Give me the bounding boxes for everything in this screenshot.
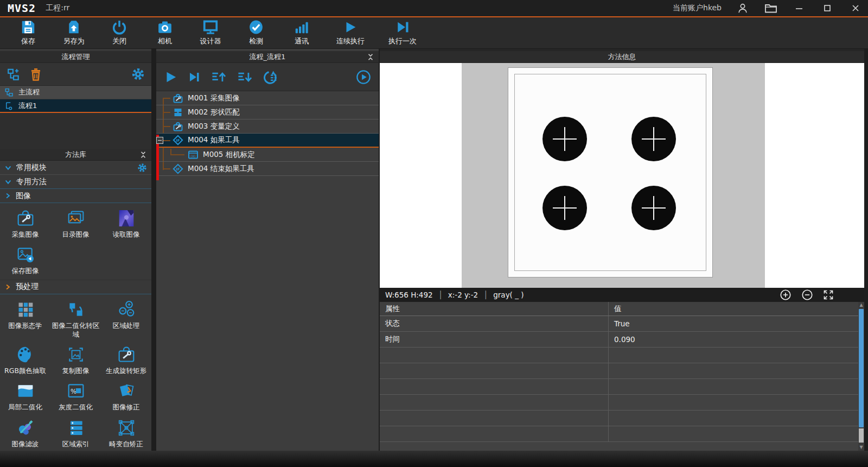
loop-list-icon[interactable] (263, 70, 279, 85)
save-button[interactable]: 保存 (8, 17, 49, 48)
table-row[interactable] (380, 426, 864, 442)
image-viewer[interactable] (380, 63, 864, 288)
lib-section-preprocess[interactable]: 预处理 (0, 280, 151, 294)
lib-section-image[interactable]: 图像 (0, 189, 151, 203)
save-as-icon (66, 19, 82, 35)
scrollbar-up-arrow[interactable]: ▲ (858, 302, 864, 308)
toolbox-icon (15, 207, 36, 229)
table-row[interactable] (380, 348, 864, 363)
flow-module-m002[interactable]: M002 形状匹配 (156, 105, 379, 119)
lib-section-label: 专用方法 (16, 177, 47, 187)
collapse-group-toggle[interactable] (156, 137, 163, 144)
run-once-label: 执行一次 (388, 36, 417, 46)
user-account-icon[interactable] (730, 1, 755, 16)
collapse-panel-icon[interactable] (367, 53, 374, 61)
filter-blob-icon (15, 417, 36, 439)
lib-item-read-image[interactable]: 读取图像 (101, 205, 151, 242)
library-settings-gear-icon[interactable] (137, 163, 147, 173)
move-down-icon[interactable] (237, 70, 253, 85)
designer-button[interactable]: 设计器 (190, 17, 231, 48)
play-icon (342, 19, 359, 35)
window-bottom-edge (0, 451, 868, 467)
table-row[interactable] (380, 395, 864, 411)
zoom-in-icon[interactable] (780, 289, 792, 301)
lib-item-grab-image[interactable]: 采集图像 (0, 205, 50, 242)
detect-button[interactable]: 检测 (235, 17, 277, 48)
power-icon (111, 19, 127, 35)
percent-threshold-icon: % (65, 380, 87, 402)
check-circle-icon (248, 19, 264, 35)
save-icon (20, 19, 36, 35)
lib-item-region-index[interactable]: 区域索引 (50, 415, 101, 451)
lib-item-local-binarize[interactable]: 局部二值化 (0, 378, 50, 414)
flow-module-m001[interactable]: M001 采集图像 (156, 91, 379, 105)
table-scrollbar[interactable]: ▲ ▼ (858, 302, 864, 451)
communication-button[interactable]: 通讯 (281, 17, 322, 48)
lib-item-save-image[interactable]: 保存图像 (0, 242, 50, 278)
flow-settings-gear-icon[interactable] (131, 67, 145, 81)
flow-module-m004-if[interactable]: M004 如果工具 (156, 134, 379, 148)
calibration-dot (631, 117, 676, 161)
run-once-button[interactable]: 执行一次 (379, 17, 426, 48)
flow-module-label: M005 相机标定 (203, 150, 255, 160)
camera-icon (157, 19, 173, 35)
collapse-panel-icon[interactable] (139, 151, 147, 159)
property-table: 属性 值 状态 True 时间 0.090 ▲ (380, 302, 864, 451)
close-project-button[interactable]: 关闭 (99, 17, 140, 48)
save-as-label: 另存为 (63, 36, 85, 46)
lib-item-gray-binarize[interactable]: % 灰度二值化 (50, 378, 101, 414)
image-save-icon (15, 244, 36, 266)
flow-module-m003[interactable]: M003 变量定义 (156, 119, 379, 134)
flow-tree-item-flow1[interactable]: 流程1 (0, 99, 151, 113)
lib-item-region-process[interactable]: 区域处理 (101, 296, 151, 342)
svg-text:%: % (71, 388, 76, 395)
fit-view-icon[interactable] (823, 289, 834, 300)
table-row[interactable] (380, 379, 864, 395)
flow-manager-title: 流程管理 (62, 52, 90, 62)
lib-item-directory-image[interactable]: 目录图像 (50, 205, 101, 242)
lib-item-image-correct[interactable]: 图像修正 (101, 378, 151, 414)
lib-item-binarize-to-region[interactable]: 图像二值化转区域 (50, 296, 101, 342)
lib-item-rgb-extract[interactable]: RGB颜色抽取 (0, 342, 50, 378)
flow-module-m004-endif[interactable]: M004 结束如果工具 (156, 162, 379, 176)
scrollbar-thumb[interactable] (859, 309, 864, 427)
lib-section-common-modules[interactable]: 常用模块 (0, 161, 151, 175)
scrollbar-down-arrow[interactable]: ▼ (858, 445, 864, 450)
run-single-module-icon[interactable] (356, 70, 371, 85)
table-row[interactable]: 时间 0.090 (380, 332, 864, 348)
lib-item-image-filter[interactable]: 图像滤波 (0, 415, 50, 451)
flow-tree-icon (4, 87, 14, 97)
copy-image-icon (65, 344, 87, 365)
flow-tree-item-main[interactable]: 主流程 (0, 86, 151, 99)
minimize-button[interactable] (787, 1, 812, 16)
table-row[interactable] (380, 363, 864, 379)
lib-section-special-methods[interactable]: 专用方法 (0, 175, 151, 189)
run-continuous-button[interactable]: 连续执行 (327, 17, 374, 48)
open-folder-icon[interactable] (758, 1, 783, 16)
mesh-nodes-icon (116, 417, 137, 439)
lib-item-copy-image[interactable]: 复制图像 (50, 342, 101, 378)
save-label: 保存 (21, 36, 35, 46)
zoom-out-icon[interactable] (801, 289, 813, 301)
table-row[interactable] (380, 411, 864, 426)
close-button[interactable] (843, 1, 868, 16)
run-flow-icon[interactable] (164, 70, 178, 84)
maximize-button[interactable] (815, 1, 840, 16)
save-as-button[interactable]: 另存为 (53, 17, 94, 48)
lib-item-morphology[interactable]: 图像形态学 (0, 296, 50, 342)
add-flow-icon[interactable] (7, 67, 21, 81)
method-info-panel: 方法信息 W:656 H:492 │ x:-2 y:-2 │ gray( _ ) (380, 49, 868, 451)
camera-button[interactable]: 相机 (144, 17, 186, 48)
lib-item-rotated-rect[interactable]: 生成旋转矩形 (101, 342, 151, 378)
flow-module-label: M002 形状匹配 (188, 108, 240, 117)
value-column-header: 值 (609, 302, 864, 315)
lib-item-distortion-correct[interactable]: 畸变自矫正 (101, 415, 151, 451)
flow-manager-header: 流程管理 (0, 51, 151, 63)
table-row[interactable]: 状态 True (380, 316, 864, 332)
flow-module-m005[interactable]: (X) M005 相机标定 (156, 148, 379, 162)
step-flow-icon[interactable] (188, 71, 201, 84)
image-stack-icon (65, 207, 87, 229)
move-up-icon[interactable] (210, 70, 227, 85)
region-process-icon (116, 299, 137, 320)
delete-flow-icon[interactable] (29, 67, 42, 81)
